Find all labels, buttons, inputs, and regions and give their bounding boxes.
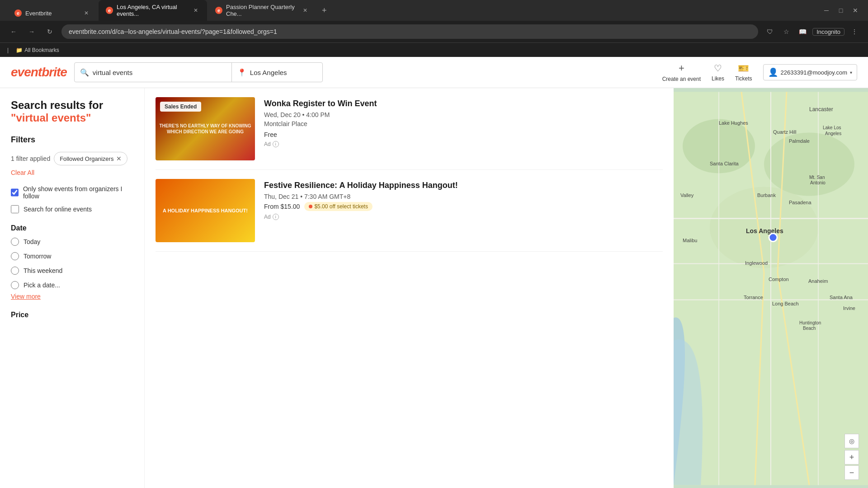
followed-organizers-chip[interactable]: Followed Organizers ✕ [54, 152, 127, 165]
svg-text:Pasadena: Pasadena [789, 200, 811, 205]
tab-close-pp[interactable]: ✕ [301, 6, 309, 14]
map-container[interactable]: Lancaster Lake Hughes Quartz Hill Lake L… [674, 88, 868, 488]
followed-orgs-checkbox[interactable] [11, 188, 19, 197]
event-image-festive[interactable]: A HOLIDAY HAPPINESS HANGOUT! [156, 179, 255, 242]
close-button[interactable]: ✕ [850, 5, 861, 16]
radio-weekend[interactable] [11, 267, 19, 275]
create-event-icon: + [679, 62, 684, 74]
address-bar[interactable] [61, 24, 758, 39]
tab-icon-eventbrite: e [14, 9, 22, 17]
event-details-festive: Festive Resilience: A Holiday Happiness … [264, 179, 663, 220]
create-event-label: Create an event [662, 76, 701, 82]
followed-orgs-label: Only show events from organizers I follo… [23, 185, 133, 200]
date-filter-section: Date Today Tomorrow This weekend [11, 224, 133, 300]
event-title-festive[interactable]: Festive Resilience: A Holiday Happiness … [264, 181, 663, 190]
menu-button[interactable]: ⋮ [848, 25, 861, 38]
price-text-festive: From $15.00 [264, 203, 300, 210]
bookmarks-folder-icon: 📁 [16, 47, 23, 53]
bookmarks-label: All Bookmarks [24, 47, 59, 53]
online-events-checkbox-item[interactable]: Search for online events [11, 205, 133, 213]
svg-text:Valley: Valley [680, 192, 694, 198]
reading-mode-icon[interactable]: 📖 [796, 25, 809, 38]
refresh-button[interactable]: ↻ [43, 25, 56, 38]
svg-text:Irvine: Irvine [843, 305, 855, 311]
radio-pick[interactable] [11, 281, 19, 289]
event-datetime-wonka: Wed, Dec 20 • 4:00 PM [264, 111, 663, 118]
festive-image-text: A HOLIDAY HAPPINESS HANGOUT! [163, 207, 248, 214]
browser-tab-eventbrite[interactable]: e Eventbrite ✕ [7, 5, 98, 21]
tickets-button[interactable]: 🎫 Tickets [735, 63, 752, 82]
chip-close-icon[interactable]: ✕ [116, 155, 122, 162]
event-datetime-festive: Thu, Dec 21 • 7:30 AM GMT+8 [264, 193, 663, 200]
discount-badge-festive: $5.00 off select tickets [304, 202, 373, 211]
browser-tab-pp[interactable]: e Passion Planner Quarterly Che... ✕ [208, 0, 316, 21]
tab-label-pp: Passion Planner Quarterly Che... [226, 4, 297, 17]
event-location-wonka: Montclair Place [264, 120, 663, 127]
ad-label-festive: Ad [264, 214, 271, 220]
all-bookmarks[interactable]: 📁 All Bookmarks [16, 47, 59, 53]
radio-tomorrow[interactable] [11, 252, 19, 260]
user-email: 22633391@moodjoy.com [781, 69, 847, 76]
ad-info-icon-wonka[interactable]: i [273, 141, 279, 147]
discount-dot-icon [309, 205, 312, 208]
search-bar: 🔍 📍 [74, 62, 323, 82]
filter-chips-row: 1 filter applied Followed Organizers ✕ C… [11, 152, 133, 176]
map-zoom-out-button[interactable]: − [844, 465, 859, 480]
new-tab-button[interactable]: + [317, 4, 331, 17]
price-filter-section: Price [11, 311, 133, 319]
date-tomorrow[interactable]: Tomorrow [11, 252, 133, 260]
sales-ended-badge: Sales Ended [160, 102, 201, 112]
online-events-checkbox[interactable] [11, 205, 19, 213]
privacy-icon[interactable]: 🛡 [764, 25, 776, 38]
browser-tab-la[interactable]: e Los Angeles, CA virtual events... ✕ [99, 0, 207, 21]
svg-text:Angeles: Angeles [825, 131, 841, 136]
date-pick[interactable]: Pick a date... [11, 281, 133, 289]
event-card-festive: A HOLIDAY HAPPINESS HANGOUT! Festive Res… [156, 170, 663, 252]
back-button[interactable]: ← [7, 25, 20, 38]
date-this-weekend[interactable]: This weekend [11, 267, 133, 275]
site-header: eventbrite 🔍 📍 + Create an event ♡ Likes [0, 57, 868, 88]
svg-text:Los Angeles: Los Angeles [746, 227, 783, 235]
clear-all-button[interactable]: Clear All [11, 169, 34, 176]
svg-text:Compton: Compton [769, 277, 789, 282]
date-section-title: Date [11, 224, 133, 232]
wonka-image-text: THERE'S NO EARTHLY WAY OF KNOWING WHICH … [159, 123, 251, 135]
event-title-wonka[interactable]: Wonka Register to Win Event [264, 99, 663, 108]
svg-text:Inglewood: Inglewood [745, 260, 768, 266]
price-section-title: Price [11, 311, 133, 319]
incognito-label[interactable]: Incognito [812, 28, 844, 36]
browser-chrome: e Eventbrite ✕ e Los Angeles, CA virtual… [0, 0, 868, 57]
date-radio-group: Today Tomorrow This weekend Pick a [11, 238, 133, 289]
search-input[interactable] [93, 69, 226, 76]
event-ad-wonka: Ad i [264, 141, 663, 147]
map-zoom-controls: + − [844, 450, 859, 480]
bookmark-star-icon[interactable]: ☆ [780, 25, 793, 38]
user-menu[interactable]: 👤 22633391@moodjoy.com ▾ [763, 64, 857, 80]
maximize-button[interactable]: □ [835, 5, 846, 16]
location-input[interactable] [250, 69, 317, 76]
date-tomorrow-label: Tomorrow [24, 253, 51, 260]
view-more-button[interactable]: View more [11, 293, 133, 300]
radio-today[interactable] [11, 238, 19, 246]
filters-title: Filters [11, 135, 133, 145]
event-card-wonka: THERE'S NO EARTHLY WAY OF KNOWING WHICH … [156, 88, 663, 170]
create-event-button[interactable]: + Create an event [662, 62, 701, 82]
svg-text:Malibu: Malibu [683, 238, 697, 243]
tab-close-la[interactable]: ✕ [192, 6, 200, 14]
date-today[interactable]: Today [11, 238, 133, 246]
search-location-section: 📍 [232, 63, 322, 82]
svg-text:Antonio: Antonio [810, 180, 826, 185]
followed-orgs-checkbox-item[interactable]: Only show events from organizers I follo… [11, 185, 133, 200]
content-area: THERE'S NO EARTHLY WAY OF KNOWING WHICH … [145, 88, 674, 488]
forward-button[interactable]: → [25, 25, 38, 38]
ad-info-icon-festive[interactable]: i [273, 214, 279, 220]
map-zoom-in-button[interactable]: + [844, 450, 859, 465]
discount-text: $5.00 off select tickets [314, 203, 368, 210]
likes-button[interactable]: ♡ Likes [712, 63, 724, 82]
logo[interactable]: eventbrite [11, 65, 67, 80]
minimize-button[interactable]: ─ [821, 5, 832, 16]
tab-close-eventbrite[interactable]: ✕ [82, 9, 90, 17]
search-results-heading: Search results for "virtual events" [11, 99, 133, 124]
map-location-button[interactable]: ◎ [844, 434, 859, 448]
bookmarks-separator: | [7, 47, 9, 53]
